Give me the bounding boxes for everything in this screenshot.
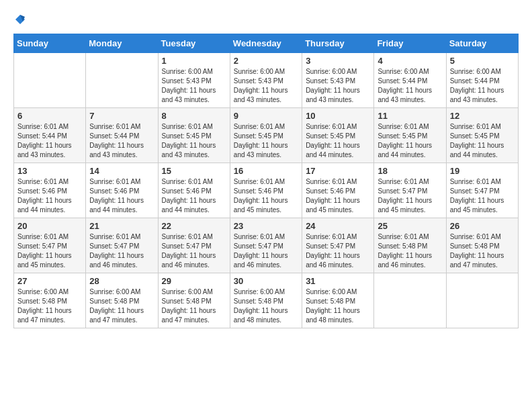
day-number: 31 [306,276,370,286]
day-info: Sunrise: 6:00 AMSunset: 5:48 PMDaylight:… [234,287,298,325]
calendar-cell: 24Sunrise: 6:01 AMSunset: 5:47 PMDayligh… [302,218,374,273]
calendar-cell: 19Sunrise: 6:01 AMSunset: 5:47 PMDayligh… [446,163,518,218]
day-number: 14 [89,166,154,176]
calendar-cell: 11Sunrise: 6:01 AMSunset: 5:45 PMDayligh… [374,108,446,163]
day-info: Sunrise: 6:00 AMSunset: 5:48 PMDaylight:… [17,287,82,325]
calendar-cell: 28Sunrise: 6:00 AMSunset: 5:48 PMDayligh… [86,273,158,328]
calendar-cell: 27Sunrise: 6:00 AMSunset: 5:48 PMDayligh… [14,273,86,328]
logo [13,13,27,23]
day-number: 12 [450,111,515,121]
day-info: Sunrise: 6:00 AMSunset: 5:48 PMDaylight:… [162,287,226,325]
day-number: 29 [162,276,226,286]
calendar-cell: 4Sunrise: 6:00 AMSunset: 5:44 PMDaylight… [374,53,446,108]
calendar-cell: 14Sunrise: 6:01 AMSunset: 5:46 PMDayligh… [86,163,158,218]
day-info: Sunrise: 6:01 AMSunset: 5:44 PMDaylight:… [17,122,82,160]
calendar-cell: 18Sunrise: 6:01 AMSunset: 5:47 PMDayligh… [374,163,446,218]
calendar-cell: 21Sunrise: 6:01 AMSunset: 5:47 PMDayligh… [86,218,158,273]
day-info: Sunrise: 6:01 AMSunset: 5:47 PMDaylight:… [162,232,226,270]
day-number: 5 [450,56,515,66]
calendar-cell: 17Sunrise: 6:01 AMSunset: 5:46 PMDayligh… [302,163,374,218]
day-number: 9 [234,111,298,121]
calendar-cell: 13Sunrise: 6:01 AMSunset: 5:46 PMDayligh… [14,163,86,218]
day-info: Sunrise: 6:01 AMSunset: 5:45 PMDaylight:… [306,122,370,160]
calendar-cell: 2Sunrise: 6:00 AMSunset: 5:43 PMDaylight… [230,53,302,108]
day-info: Sunrise: 6:00 AMSunset: 5:44 PMDaylight:… [378,67,442,105]
day-number: 21 [89,221,154,231]
calendar-cell: 31Sunrise: 6:00 AMSunset: 5:48 PMDayligh… [302,273,374,328]
day-number: 18 [378,166,442,176]
day-info: Sunrise: 6:01 AMSunset: 5:47 PMDaylight:… [378,177,442,215]
day-number: 8 [162,111,226,121]
day-info: Sunrise: 6:01 AMSunset: 5:47 PMDaylight:… [234,232,298,270]
day-info: Sunrise: 6:01 AMSunset: 5:46 PMDaylight:… [89,177,154,215]
calendar-header-tuesday: Tuesday [158,34,230,53]
calendar-header-row: SundayMondayTuesdayWednesdayThursdayFrid… [14,34,519,53]
day-number: 3 [306,56,370,66]
day-number: 20 [17,221,82,231]
calendar-cell [374,273,446,328]
calendar-week-2: 6Sunrise: 6:01 AMSunset: 5:44 PMDaylight… [14,108,519,163]
calendar-cell: 1Sunrise: 6:00 AMSunset: 5:43 PMDaylight… [158,53,230,108]
calendar-cell: 25Sunrise: 6:01 AMSunset: 5:48 PMDayligh… [374,218,446,273]
day-number: 2 [234,56,298,66]
day-info: Sunrise: 6:01 AMSunset: 5:45 PMDaylight:… [234,122,298,160]
day-info: Sunrise: 6:00 AMSunset: 5:44 PMDaylight:… [450,67,515,105]
day-info: Sunrise: 6:01 AMSunset: 5:47 PMDaylight:… [450,177,515,215]
day-info: Sunrise: 6:01 AMSunset: 5:48 PMDaylight:… [450,232,515,270]
calendar-week-1: 1Sunrise: 6:00 AMSunset: 5:43 PMDaylight… [14,53,519,108]
day-info: Sunrise: 6:00 AMSunset: 5:43 PMDaylight:… [306,67,370,105]
day-info: Sunrise: 6:01 AMSunset: 5:45 PMDaylight:… [450,122,515,160]
day-number: 10 [306,111,370,121]
day-number: 24 [306,221,370,231]
day-number: 22 [162,221,226,231]
day-info: Sunrise: 6:01 AMSunset: 5:46 PMDaylight:… [234,177,298,215]
day-number: 23 [234,221,298,231]
calendar-cell [446,273,518,328]
calendar-header-monday: Monday [86,34,158,53]
day-info: Sunrise: 6:01 AMSunset: 5:46 PMDaylight:… [17,177,82,215]
calendar-header-wednesday: Wednesday [230,34,302,53]
calendar-cell: 26Sunrise: 6:01 AMSunset: 5:48 PMDayligh… [446,218,518,273]
calendar-week-3: 13Sunrise: 6:01 AMSunset: 5:46 PMDayligh… [14,163,519,218]
day-number: 4 [378,56,442,66]
day-number: 7 [89,111,154,121]
day-number: 30 [234,276,298,286]
day-number: 1 [162,56,226,66]
day-info: Sunrise: 6:00 AMSunset: 5:43 PMDaylight:… [162,67,226,105]
calendar-header-saturday: Saturday [446,34,518,53]
day-info: Sunrise: 6:01 AMSunset: 5:45 PMDaylight:… [378,122,442,160]
day-info: Sunrise: 6:01 AMSunset: 5:48 PMDaylight:… [378,232,442,270]
day-number: 17 [306,166,370,176]
day-info: Sunrise: 6:01 AMSunset: 5:45 PMDaylight:… [162,122,226,160]
calendar-cell: 16Sunrise: 6:01 AMSunset: 5:46 PMDayligh… [230,163,302,218]
day-number: 28 [89,276,154,286]
day-info: Sunrise: 6:01 AMSunset: 5:47 PMDaylight:… [89,232,154,270]
day-number: 16 [234,166,298,176]
calendar-cell: 15Sunrise: 6:01 AMSunset: 5:46 PMDayligh… [158,163,230,218]
calendar-week-5: 27Sunrise: 6:00 AMSunset: 5:48 PMDayligh… [14,273,519,328]
day-info: Sunrise: 6:01 AMSunset: 5:47 PMDaylight:… [306,232,370,270]
calendar-header-friday: Friday [374,34,446,53]
calendar-week-4: 20Sunrise: 6:01 AMSunset: 5:47 PMDayligh… [14,218,519,273]
calendar-cell: 7Sunrise: 6:01 AMSunset: 5:44 PMDaylight… [86,108,158,163]
calendar-cell: 29Sunrise: 6:00 AMSunset: 5:48 PMDayligh… [158,273,230,328]
calendar-table: SundayMondayTuesdayWednesdayThursdayFrid… [13,34,519,328]
calendar-cell: 30Sunrise: 6:00 AMSunset: 5:48 PMDayligh… [230,273,302,328]
calendar-cell: 20Sunrise: 6:01 AMSunset: 5:47 PMDayligh… [14,218,86,273]
day-info: Sunrise: 6:01 AMSunset: 5:44 PMDaylight:… [89,122,154,160]
day-number: 19 [450,166,515,176]
day-info: Sunrise: 6:00 AMSunset: 5:43 PMDaylight:… [234,67,298,105]
day-number: 26 [450,221,515,231]
calendar-cell: 3Sunrise: 6:00 AMSunset: 5:43 PMDaylight… [302,53,374,108]
day-info: Sunrise: 6:01 AMSunset: 5:47 PMDaylight:… [17,232,82,270]
day-number: 27 [17,276,82,286]
day-number: 15 [162,166,226,176]
day-number: 11 [378,111,442,121]
logo-icon [14,13,26,26]
page-header [13,13,519,23]
day-number: 6 [17,111,82,121]
day-number: 13 [17,166,82,176]
day-info: Sunrise: 6:01 AMSunset: 5:46 PMDaylight:… [162,177,226,215]
calendar-cell [14,53,86,108]
calendar-cell: 10Sunrise: 6:01 AMSunset: 5:45 PMDayligh… [302,108,374,163]
